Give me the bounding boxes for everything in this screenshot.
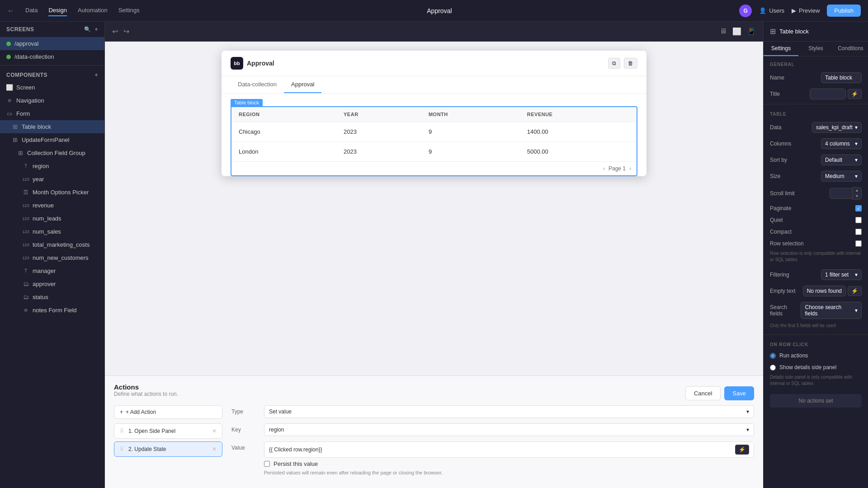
filtering-dropdown[interactable]: 1 filter set ▾ bbox=[821, 269, 862, 280]
comp-year[interactable]: 123 year bbox=[0, 173, 104, 186]
year-icon: 123 bbox=[23, 176, 29, 183]
title-lightning[interactable]: ⚡ bbox=[848, 89, 862, 99]
search-icon[interactable]: 🔍 bbox=[84, 26, 91, 33]
app-window: bb Approval ⧉ 🗑 Data-collection Approval… bbox=[222, 51, 646, 176]
nav-settings[interactable]: Settings bbox=[118, 5, 140, 16]
main-layout: Screens 🔍 + /approval /data-collection C… bbox=[0, 22, 868, 488]
tab-conditions[interactable]: Conditions bbox=[833, 42, 868, 56]
save-button[interactable]: Save bbox=[724, 386, 754, 400]
compact-checkbox[interactable] bbox=[855, 229, 862, 235]
tab-settings[interactable]: Settings bbox=[764, 42, 798, 56]
comp-month-options[interactable]: 🗓 Month Options Picker bbox=[0, 186, 104, 199]
comp-region[interactable]: T region bbox=[0, 160, 104, 173]
columns-dropdown[interactable]: 4 columns ▾ bbox=[821, 138, 862, 149]
run-actions-radio[interactable] bbox=[770, 353, 776, 359]
lightning-button[interactable]: ⚡ bbox=[735, 445, 749, 455]
close-action-2[interactable]: ✕ bbox=[212, 446, 217, 452]
comp-table-block[interactable]: ⊞ Table block bbox=[0, 120, 104, 133]
nav-data[interactable]: Data bbox=[25, 5, 38, 16]
table-pagination: ‹ Page 1 › bbox=[231, 161, 637, 175]
scroll-limit-label: Scroll limit bbox=[770, 190, 795, 197]
next-page-icon[interactable]: › bbox=[629, 165, 631, 172]
empty-text-input[interactable]: No rows found bbox=[803, 286, 846, 296]
table-row[interactable]: London 2023 9 5000.00 bbox=[231, 142, 637, 162]
drag-handle-2: ⠿ bbox=[120, 446, 124, 452]
scroll-limit-input[interactable]: 8 bbox=[830, 188, 852, 199]
value-input[interactable]: {{ Clicked row.region}} ⚡ bbox=[264, 441, 754, 458]
empty-text-field-row: Empty text No rows found ⚡ bbox=[764, 283, 868, 299]
preview-button[interactable]: ▶ Preview bbox=[792, 7, 820, 14]
close-action-1[interactable]: ✕ bbox=[212, 428, 217, 434]
prev-page-icon[interactable]: ‹ bbox=[603, 165, 605, 172]
comp-update-form[interactable]: ⊞ UpdateFormPanel bbox=[0, 133, 104, 146]
comp-status[interactable]: 🗂 status bbox=[0, 291, 104, 304]
row-selection-label: Row selection bbox=[770, 240, 804, 247]
data-dropdown[interactable]: sales_kpi_draft ▾ bbox=[812, 122, 862, 133]
sidebar-item-data-collection[interactable]: /data-collection bbox=[0, 50, 104, 63]
comp-navigation[interactable]: ≡ Navigation bbox=[0, 94, 104, 107]
add-screen-icon[interactable]: + bbox=[94, 26, 98, 33]
key-dropdown[interactable]: region ▾ bbox=[264, 423, 754, 436]
quiet-checkbox[interactable] bbox=[855, 217, 862, 223]
search-fields-dropdown[interactable]: Choose search fields ▾ bbox=[801, 302, 862, 319]
show-details-row: Show details side panel bbox=[764, 361, 868, 373]
back-button[interactable]: ← bbox=[7, 7, 14, 15]
table-block-wrapper: Table block REGION YEAR MONTH REVENUE bbox=[231, 99, 637, 176]
copy-button[interactable]: ⧉ bbox=[608, 58, 620, 69]
add-component-icon[interactable]: + bbox=[94, 72, 98, 78]
type-dropdown[interactable]: Set value ▾ bbox=[264, 405, 754, 418]
search-fields-label: Search fields bbox=[770, 304, 801, 317]
comp-approver[interactable]: 🗂 approver bbox=[0, 277, 104, 291]
no-actions-bar: No actions set bbox=[770, 394, 862, 408]
comp-collection-field[interactable]: ⊞ Collection Field Group bbox=[0, 146, 104, 160]
comp-num-leads[interactable]: 123 num_leads bbox=[0, 212, 104, 225]
persist-checkbox[interactable] bbox=[264, 461, 270, 467]
sidebar-divider-1 bbox=[0, 65, 104, 66]
mobile-view-button[interactable]: 📱 bbox=[747, 27, 756, 36]
comp-notes[interactable]: ≡ notes Form Field bbox=[0, 304, 104, 317]
empty-text-lightning[interactable]: ⚡ bbox=[848, 286, 862, 296]
comp-num-new-customers[interactable]: 123 num_new_customers bbox=[0, 251, 104, 264]
scroll-up-arrow[interactable]: ▲ bbox=[853, 188, 861, 193]
action-item-2[interactable]: ⠿ 2. Update State ✕ bbox=[114, 441, 222, 457]
paginate-checkbox[interactable]: ✓ bbox=[855, 205, 862, 211]
size-dropdown[interactable]: Medium ▾ bbox=[821, 171, 862, 182]
desktop-view-button[interactable]: 🖥 bbox=[720, 27, 727, 36]
cancel-button[interactable]: Cancel bbox=[685, 386, 721, 400]
key-chevron: ▾ bbox=[746, 427, 749, 433]
name-input[interactable]: Table block bbox=[821, 72, 862, 83]
show-details-radio[interactable] bbox=[770, 365, 776, 371]
comp-manager[interactable]: T manager bbox=[0, 264, 104, 277]
tab-data-collection[interactable]: Data-collection bbox=[231, 76, 284, 93]
comp-form[interactable]: ▭ Form bbox=[0, 107, 104, 120]
sidebar-item-approval[interactable]: /approval bbox=[0, 37, 104, 50]
title-input[interactable] bbox=[810, 89, 846, 99]
tab-approval[interactable]: Approval bbox=[284, 76, 321, 93]
comp-total-marketing[interactable]: 123 total_marketing_costs bbox=[0, 238, 104, 251]
action-name-2: 2. Update State bbox=[128, 446, 166, 452]
num-sales-icon: 123 bbox=[23, 229, 29, 235]
row-selection-checkbox[interactable] bbox=[855, 240, 862, 247]
nav-automation[interactable]: Automation bbox=[78, 5, 108, 16]
delete-button[interactable]: 🗑 bbox=[624, 58, 637, 69]
tablet-view-button[interactable]: ⬜ bbox=[732, 27, 741, 36]
redo-button[interactable]: ↪ bbox=[123, 27, 129, 36]
sort-by-dropdown[interactable]: Default ▾ bbox=[821, 155, 862, 165]
logo-text: bb bbox=[234, 61, 240, 66]
scroll-down-arrow[interactable]: ▼ bbox=[853, 193, 861, 199]
tab-styles[interactable]: Styles bbox=[798, 42, 833, 56]
comp-revenue[interactable]: 123 revenue bbox=[0, 199, 104, 212]
add-action-button[interactable]: + + Add Action bbox=[114, 405, 222, 419]
action-item-1[interactable]: ⠿ 1. Open Side Panel ✕ bbox=[114, 423, 222, 439]
table-row[interactable]: Chicago 2023 9 1400.00 bbox=[231, 122, 637, 142]
comp-num-sales[interactable]: 123 num_sales bbox=[0, 225, 104, 238]
comp-screen[interactable]: ⬜ Screen bbox=[0, 81, 104, 94]
nav-design[interactable]: Design bbox=[48, 5, 66, 16]
undo-button[interactable]: ↩ bbox=[112, 27, 118, 36]
app-logo: bb Approval bbox=[231, 57, 274, 70]
users-button[interactable]: 👤 Users bbox=[759, 7, 784, 14]
actions-detail: Type Set value ▾ Key region ▾ bbox=[231, 405, 754, 481]
toolbar-left: ↩ ↪ bbox=[112, 27, 129, 36]
right-sidebar-header: ⊞ Table block bbox=[764, 22, 868, 42]
publish-button[interactable]: Publish bbox=[827, 5, 861, 17]
